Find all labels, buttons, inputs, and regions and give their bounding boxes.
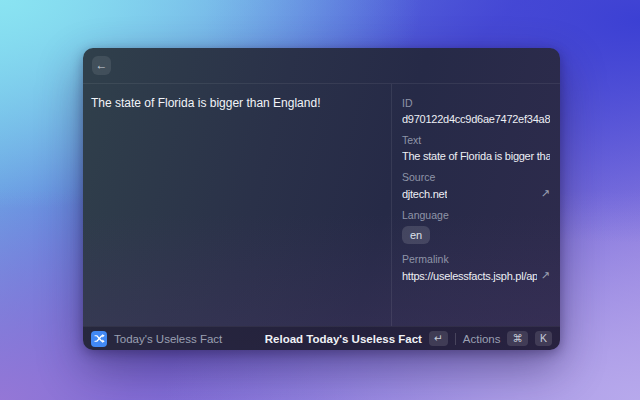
command-key-icon: ⌘ — [507, 331, 528, 346]
action-bar: Today's Useless Fact Reload Today's Usel… — [83, 326, 560, 350]
actions-menu-button[interactable]: Actions — [463, 333, 501, 345]
extension-name: Today's Useless Fact — [114, 333, 222, 345]
metadata-field-permalink: Permalink https://uselessfacts.jsph.pl/a… — [402, 253, 550, 282]
field-value: d970122d4cc9d6ae7472ef34a876... — [402, 113, 550, 125]
back-button[interactable]: ← — [92, 56, 111, 75]
shuffle-icon — [91, 331, 107, 347]
k-key-icon: K — [535, 331, 552, 346]
field-value: djtech.net — [402, 188, 447, 200]
field-value: https://uselessfacts.jsph.pl/api... — [402, 270, 537, 282]
external-link-icon: ↗ — [541, 187, 550, 200]
metadata-field-text: Text The state of Florida is bigger than… — [402, 134, 550, 162]
fact-detail-pane: The state of Florida is bigger than Engl… — [83, 84, 391, 326]
external-link-icon: ↗ — [541, 269, 550, 282]
field-label: Permalink — [402, 253, 550, 265]
field-label: Text — [402, 134, 550, 146]
permalink-link[interactable]: https://uselessfacts.jsph.pl/api... ↗ — [402, 269, 550, 282]
metadata-sidebar: ID d970122d4cc9d6ae7472ef34a876... Text … — [392, 84, 560, 326]
footer-divider — [455, 333, 456, 345]
primary-action-button[interactable]: Reload Today's Useless Fact — [265, 333, 422, 345]
window-header: ← — [83, 48, 560, 84]
back-arrow-icon: ← — [96, 58, 108, 72]
field-label: ID — [402, 97, 550, 109]
metadata-field-id: ID d970122d4cc9d6ae7472ef34a876... — [402, 97, 550, 125]
fact-text: The state of Florida is bigger than Engl… — [91, 95, 383, 111]
metadata-field-source: Source djtech.net ↗ — [402, 171, 550, 200]
source-link[interactable]: djtech.net ↗ — [402, 187, 550, 200]
return-key-icon[interactable]: ↵ — [429, 331, 448, 346]
metadata-field-language: Language en — [402, 209, 550, 244]
field-label: Source — [402, 171, 550, 183]
raycast-window: ← The state of Florida is bigger than En… — [83, 48, 560, 350]
content-area: The state of Florida is bigger than Engl… — [83, 84, 560, 326]
field-value: The state of Florida is bigger than... — [402, 150, 550, 162]
field-label: Language — [402, 209, 550, 221]
language-tag: en — [402, 226, 430, 244]
footer-actions: Reload Today's Useless Fact ↵ Actions ⌘ … — [265, 331, 552, 346]
